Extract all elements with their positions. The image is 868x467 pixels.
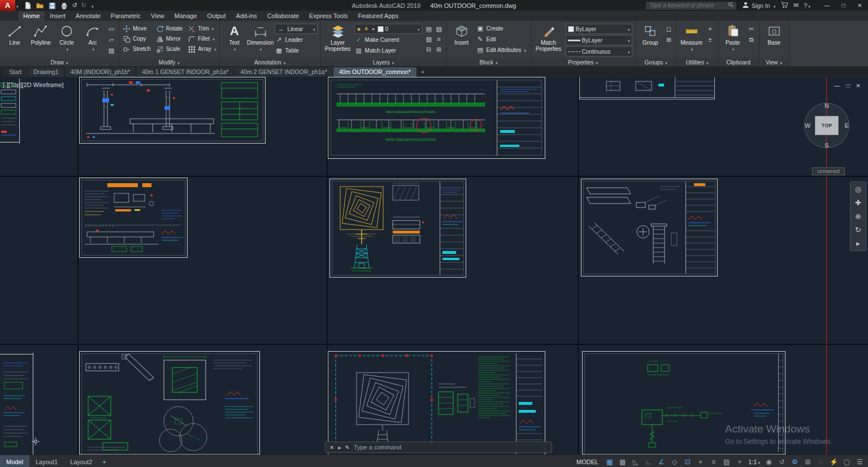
layer-off-icon[interactable]: ▨: [424, 34, 433, 44]
model-paper-toggle[interactable]: MODEL: [572, 459, 603, 465]
linear-dimension-select[interactable]: ↔Linear: [275, 24, 318, 34]
model-tab[interactable]: Model: [0, 455, 29, 467]
copy-button[interactable]: Copy: [122, 34, 151, 44]
paste-button[interactable]: Paste: [721, 22, 745, 52]
linetype-select[interactable]: Continuous: [566, 46, 632, 57]
viewcube-top-face[interactable]: TOP: [815, 116, 839, 135]
layout2-tab[interactable]: Layout2: [64, 455, 98, 467]
annotation-visibility-icon[interactable]: ◉: [762, 456, 775, 467]
sheet-partial-top-left[interactable]: [0, 79, 20, 144]
layer-freeze-icon[interactable]: ▧: [435, 24, 444, 33]
panel-view-label[interactable]: View: [760, 58, 789, 66]
stretch-button[interactable]: Stretch: [122, 44, 151, 54]
layer-walk-icon[interactable]: ⊟: [424, 45, 433, 54]
command-line[interactable]: ✕ ▸ ✎ Type a command: [325, 442, 552, 453]
steering-wheel-icon[interactable]: ◎: [855, 185, 861, 193]
circle-button[interactable]: Circle: [55, 22, 79, 52]
sheet-partial-top-right[interactable]: [579, 77, 715, 100]
autoscale-icon[interactable]: ↺: [775, 456, 788, 467]
doc-minimize-icon[interactable]: —: [835, 83, 840, 89]
create-block-button[interactable]: ▣Create: [476, 24, 528, 33]
layer-lock-tool-icon[interactable]: ≡: [435, 34, 444, 44]
match-properties-button[interactable]: Match Properties: [534, 22, 563, 52]
panel-utilities-label[interactable]: Utilities: [677, 58, 718, 66]
new-drawing-tab-button[interactable]: +: [417, 67, 428, 77]
fillet-button[interactable]: Fillet: [187, 34, 216, 44]
rectangle-tool-icon[interactable]: ▭: [107, 24, 116, 33]
undo-icon[interactable]: ↺: [72, 2, 77, 8]
leader-button[interactable]: ↗Leader: [275, 35, 318, 45]
viewcube-south[interactable]: S: [824, 142, 828, 149]
ungroup-icon[interactable]: ◻: [665, 24, 674, 33]
doc-restore-icon[interactable]: □: [847, 83, 850, 89]
search-icon[interactable]: [728, 2, 734, 9]
tab-add-ins[interactable]: Add-ins: [231, 11, 262, 21]
lineweight-display-icon[interactable]: ≡: [707, 456, 720, 467]
pan-icon[interactable]: ✚: [855, 199, 861, 206]
dynamic-input-icon[interactable]: +: [733, 456, 746, 467]
isodraft-icon[interactable]: ◇: [668, 456, 681, 467]
base-view-button[interactable]: Base: [762, 22, 786, 46]
panel-draw-label[interactable]: Draw: [0, 58, 119, 66]
group-button[interactable]: Group: [639, 22, 662, 46]
model-space-canvas[interactable]: BACK SIDE ELEVATION (OUTDOOR) FRONT SIDE…: [0, 77, 868, 455]
command-close-icon[interactable]: ✕: [329, 444, 334, 451]
snap-icon[interactable]: ▩: [616, 456, 629, 467]
grid-icon[interactable]: ▦: [603, 456, 616, 467]
graphics-performance-icon[interactable]: ⚡: [827, 456, 840, 467]
panel-layers-label[interactable]: Layers: [321, 58, 446, 66]
customization-icon[interactable]: ☰: [853, 456, 866, 467]
sheet-grid-mast-detail[interactable]: [329, 179, 466, 278]
new-file-icon[interactable]: [24, 1, 32, 10]
polar-tracking-icon[interactable]: ∠: [655, 456, 668, 467]
scale-button[interactable]: Scale: [155, 44, 183, 54]
new-layout-button[interactable]: +: [98, 455, 110, 467]
tab-parametric[interactable]: Parametric: [106, 11, 146, 21]
group-edit-icon[interactable]: ⊞: [665, 35, 674, 44]
sheet-elevations[interactable]: BACK SIDE ELEVATION (OUTDOOR) FRONT SIDE…: [328, 77, 545, 159]
sheet-partial-bottom-left[interactable]: [0, 353, 34, 455]
redo-icon[interactable]: ↻: [81, 2, 86, 8]
app-store-cart-icon[interactable]: [780, 1, 788, 10]
id-point-icon[interactable]: ⌖: [706, 24, 715, 33]
sign-in-button[interactable]: Sign In: [742, 1, 775, 10]
sheet-single-line-diagram[interactable]: [582, 351, 785, 455]
file-tab-genset1-indoor[interactable]: 40m 1 GENSET INDOOR_ph1a*: [136, 67, 235, 77]
dimension-button[interactable]: Dimension: [249, 22, 272, 52]
object-track-icon[interactable]: ⌖: [694, 456, 707, 467]
communication-center-icon[interactable]: ✉: [793, 2, 798, 8]
doc-close-icon[interactable]: ✕: [856, 83, 861, 89]
maximize-button[interactable]: □: [835, 0, 852, 11]
layer-isolate-icon[interactable]: ▤: [424, 24, 433, 33]
tab-insert[interactable]: Insert: [45, 11, 71, 21]
tab-manage[interactable]: Manage: [170, 11, 202, 21]
file-tab-drawing1[interactable]: Drawing1: [28, 67, 64, 77]
make-current-button[interactable]: ✓Make Current: [354, 35, 422, 45]
open-file-icon[interactable]: [36, 2, 44, 9]
ucs-unnamed-badge[interactable]: Unnamed: [812, 167, 845, 175]
help-search-box[interactable]: [645, 1, 737, 10]
polyline-button[interactable]: Polyline: [29, 22, 53, 46]
osnap-icon[interactable]: ⊡: [681, 456, 694, 467]
file-tab-outdoor-common[interactable]: 40m OUTDOOR_common*: [333, 67, 417, 77]
sheet-mounting-details[interactable]: [79, 178, 188, 258]
close-button[interactable]: ✕: [852, 0, 868, 11]
ortho-icon[interactable]: ∟: [642, 456, 655, 467]
search-input[interactable]: [648, 2, 726, 9]
command-prompt-text[interactable]: Type a command: [354, 444, 401, 451]
panel-properties-label[interactable]: Properties: [531, 58, 635, 66]
tab-collaborate[interactable]: Collaborate: [262, 11, 304, 21]
viewcube-east[interactable]: E: [845, 122, 849, 129]
command-recent-icon[interactable]: ▸: [338, 444, 341, 451]
table-button[interactable]: ▦Table: [275, 46, 318, 55]
mirror-button[interactable]: Mirror: [155, 34, 183, 44]
save-icon[interactable]: [48, 2, 56, 10]
clean-screen-icon[interactable]: ▢: [840, 456, 853, 467]
minimize-button[interactable]: —: [819, 0, 835, 11]
cut-icon[interactable]: ✂: [747, 24, 756, 33]
lineweight-select[interactable]: ByLayer: [566, 35, 632, 45]
annotation-monitor-icon[interactable]: ⊞: [801, 456, 814, 467]
autocad-logo-icon[interactable]: A: [0, 0, 15, 11]
viewcube-north[interactable]: N: [824, 102, 829, 109]
move-button[interactable]: Move: [122, 24, 151, 33]
